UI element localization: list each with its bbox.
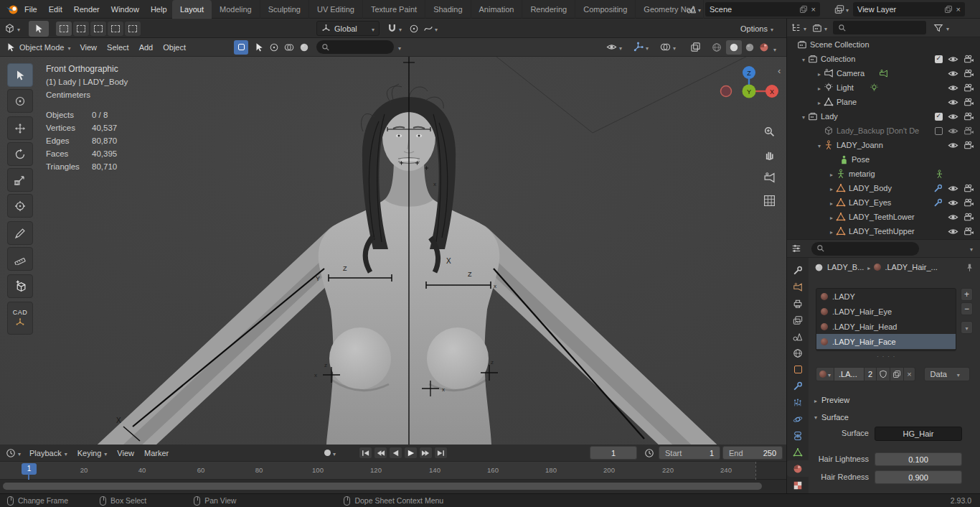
overlays-toggle[interactable] — [660, 42, 676, 52]
tab-rendering[interactable]: Rendering — [522, 0, 575, 19]
menu-help[interactable]: Help — [145, 0, 173, 19]
outliner-row-pose[interactable]: Pose — [787, 152, 980, 167]
proportional-editing-button[interactable] — [409, 24, 419, 34]
browse-view-layer-button[interactable] — [832, 4, 851, 14]
scene-name-field[interactable]: Scene — [705, 2, 820, 17]
tab-layout[interactable]: Layout — [172, 0, 212, 19]
marker-menu[interactable]: Marker — [144, 449, 169, 457]
breadcrumb-object[interactable]: LADY_B... — [827, 263, 864, 271]
tab-modifiers[interactable] — [787, 378, 809, 394]
select-mode-invert-button[interactable] — [108, 22, 123, 36]
disable-render-icon[interactable] — [963, 126, 974, 136]
new-scene-copy-icon[interactable] — [799, 5, 808, 14]
playback-menu[interactable]: Playback — [29, 449, 67, 457]
material-slot[interactable]: .LADY — [816, 289, 956, 304]
hide-eye-icon[interactable] — [948, 111, 958, 122]
tab-tool[interactable] — [787, 262, 809, 279]
preview-section-header[interactable]: Preview — [809, 393, 980, 407]
tool-transform[interactable] — [7, 194, 33, 218]
disable-render-icon[interactable] — [963, 97, 974, 108]
hide-eye-icon[interactable] — [948, 83, 958, 93]
users-count-button[interactable]: 2 — [864, 367, 877, 381]
exclude-checkbox[interactable] — [935, 127, 943, 135]
disable-render-icon[interactable] — [963, 83, 974, 93]
auto-keying-button[interactable] — [324, 449, 336, 457]
hide-eye-icon[interactable] — [948, 226, 958, 237]
play-reverse-button[interactable] — [389, 447, 402, 459]
collection-checkbox[interactable] — [935, 55, 943, 63]
hide-eye-icon[interactable] — [948, 140, 958, 151]
tab-uv-editing[interactable]: UV Editing — [309, 0, 363, 19]
outliner-row-collection[interactable]: Collection — [787, 52, 980, 66]
menu-select[interactable]: Select — [102, 38, 134, 57]
disclosure-icon[interactable] — [815, 141, 824, 149]
unlink-material-button[interactable] — [904, 367, 915, 381]
hair-lightness-slider[interactable]: 0.100 — [875, 452, 962, 466]
tab-render[interactable] — [787, 279, 809, 295]
select-mode-new-button[interactable] — [56, 22, 72, 36]
close-scene-icon[interactable] — [811, 5, 816, 14]
outliner-row-lady-body[interactable]: LADY_Body — [787, 181, 980, 195]
menu-object[interactable]: Object — [158, 38, 191, 57]
editor-type-button[interactable] — [4, 23, 20, 34]
keying-menu[interactable]: Keying — [77, 449, 108, 457]
surface-section-header[interactable]: ▾ Surface — [809, 410, 980, 424]
outliner-row-light[interactable]: Light — [787, 80, 980, 95]
select-mode-subtract-button[interactable] — [90, 22, 106, 36]
chevron-down-icon[interactable] — [398, 43, 401, 52]
properties-editor-type-button[interactable] — [791, 243, 801, 254]
tab-material[interactable] — [787, 460, 809, 477]
tab-sculpting[interactable]: Sculpting — [260, 0, 309, 19]
fake-user-shield-button[interactable] — [877, 367, 890, 381]
outliner-row-plane[interactable]: Plane — [787, 95, 980, 109]
axis-negative-x-ball[interactable] — [721, 86, 732, 97]
disclosure-icon[interactable] — [799, 55, 808, 63]
tab-object[interactable] — [787, 361, 809, 378]
disclosure-icon[interactable] — [827, 198, 836, 207]
menu-add[interactable]: Add — [134, 38, 159, 57]
shading-solid-button[interactable] — [726, 40, 742, 55]
disable-render-icon[interactable] — [963, 111, 974, 122]
current-frame-marker[interactable]: 1 — [22, 463, 37, 475]
material-slot[interactable]: .LADY_Hair_Eye — [816, 304, 956, 319]
pan-hand-icon[interactable] — [763, 149, 776, 161]
outliner-row-scene-collection[interactable]: Scene Collection — [787, 37, 980, 52]
outliner-row-camera[interactable]: Camera — [787, 66, 980, 80]
horizontal-scrollbar[interactable] — [3, 483, 762, 490]
tab-view-layer[interactable] — [787, 312, 809, 328]
outliner-display-mode-button[interactable] — [812, 23, 827, 33]
active-tool-button[interactable] — [29, 21, 49, 37]
new-material-button[interactable] — [890, 367, 904, 381]
browse-scene-button[interactable] — [684, 4, 703, 14]
outliner-editor-type-button[interactable] — [791, 23, 806, 33]
snap-toggle-button[interactable] — [387, 23, 402, 34]
viewport-search-input[interactable] — [316, 40, 394, 54]
blender-logo-icon[interactable] — [6, 3, 19, 16]
tab-physics[interactable] — [787, 411, 809, 427]
menu-file[interactable]: File — [19, 0, 43, 19]
tool-move[interactable] — [7, 116, 33, 140]
frame-end-field[interactable]: End250 — [722, 446, 783, 460]
sphere-icon[interactable] — [299, 42, 309, 52]
disclosure-icon[interactable] — [827, 213, 836, 221]
hide-eye-icon[interactable] — [948, 126, 958, 136]
pin-icon[interactable] — [965, 263, 974, 272]
outliner-row-lady-teethlower[interactable]: LADY_TeethLower — [787, 210, 980, 224]
origin-dot-icon[interactable] — [269, 42, 279, 52]
tab-modeling[interactable]: Modeling — [212, 0, 260, 19]
tab-animation[interactable]: Animation — [471, 0, 523, 19]
hide-eye-icon[interactable] — [948, 68, 958, 79]
jump-to-end-button[interactable] — [434, 447, 448, 459]
sidebar-collapse-chevron[interactable]: ‹ — [778, 65, 781, 76]
select-mode-extend-button[interactable] — [73, 22, 89, 36]
tool-select-box[interactable] — [7, 63, 33, 87]
proportional-falloff-dropdown[interactable] — [423, 24, 438, 34]
tool-rotate[interactable] — [7, 142, 33, 166]
tool-annotate[interactable] — [7, 221, 33, 245]
tool-add-cube[interactable] — [7, 274, 33, 298]
hide-eye-icon[interactable] — [948, 212, 958, 223]
disable-render-icon[interactable] — [963, 54, 974, 65]
select-mode-intersect-button[interactable] — [125, 22, 141, 36]
previous-keyframe-button[interactable] — [374, 447, 387, 459]
editor-divider[interactable] — [786, 19, 787, 493]
